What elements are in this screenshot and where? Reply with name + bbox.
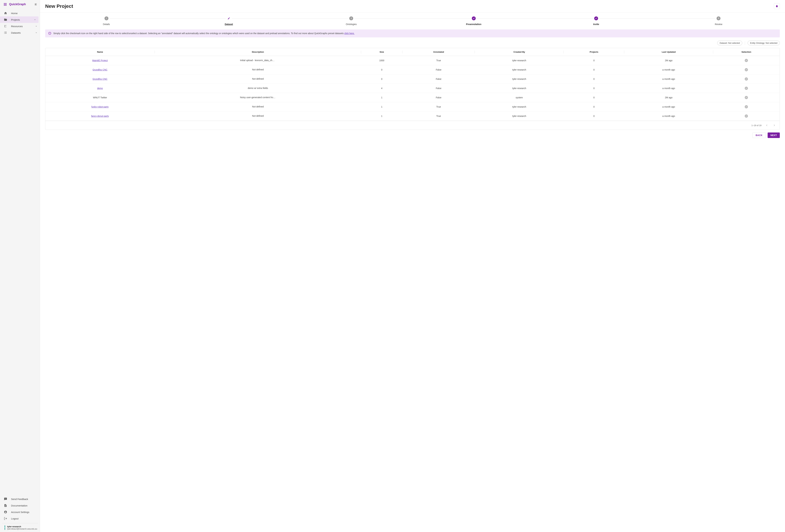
next-page-button[interactable] — [772, 123, 776, 127]
info-link[interactable]: click here. — [344, 32, 354, 34]
dataset-projects: 0 — [564, 93, 624, 102]
select-dataset-button[interactable] — [745, 115, 748, 118]
sidebar-item-account-settings[interactable]: Account Settings — [0, 509, 40, 515]
step-preannotation[interactable]: Preannotation — [412, 17, 535, 26]
column-header-size[interactable]: Size — [361, 48, 402, 56]
sidebar-item-datasets[interactable]: Datasets — [0, 29, 40, 36]
folder-icon — [4, 18, 7, 21]
chevron-right-icon — [773, 124, 776, 127]
dataset-annotated: False — [402, 84, 475, 93]
ontology-selection-chip[interactable]: Entity Ontology: Not selected — [748, 41, 780, 45]
notifications-button[interactable] — [774, 3, 780, 9]
dataset-name-link[interactable]: funky-robot-party — [91, 105, 108, 108]
select-dataset-button[interactable] — [745, 59, 748, 62]
resources-icon — [4, 25, 7, 28]
step-number: 1 — [104, 17, 108, 20]
check-icon — [745, 69, 747, 71]
user-name: tyler-research — [7, 525, 37, 528]
chevron-down-icon — [34, 19, 36, 21]
column-header-description[interactable]: Description — [155, 48, 361, 56]
chevron-left-icon — [765, 124, 768, 127]
dataset-annotated: True — [402, 111, 475, 121]
dataset-projects: 0 — [564, 56, 624, 65]
account-icon — [4, 510, 7, 514]
column-header-last-updated[interactable]: Last Updated — [624, 48, 713, 56]
dataset-annotated: True — [402, 56, 475, 65]
svg-rect-7 — [4, 26, 5, 27]
svg-rect-6 — [5, 27, 6, 27]
dataset-updated: 2M ago — [624, 56, 713, 65]
select-dataset-button[interactable] — [745, 105, 748, 108]
sidebar-item-label: Account Settings — [11, 511, 37, 513]
sidebar-item-label: Datasets — [11, 31, 31, 34]
dataset-name-link[interactable]: demo — [97, 87, 103, 90]
dataset-projects: 0 — [564, 111, 624, 121]
dataset-size: 4 — [361, 84, 402, 93]
sidebar-item-projects[interactable]: Projects — [0, 17, 39, 23]
select-dataset-button[interactable] — [745, 77, 748, 81]
dataset-projects: 0 — [564, 102, 624, 111]
select-dataset-button[interactable] — [745, 96, 748, 99]
table-row: Grundfos CNCNot defined0Falsetyler-resea… — [45, 74, 780, 84]
dataset-name-link[interactable]: fancy-donut-party — [91, 115, 109, 117]
chevron-down-icon — [35, 32, 37, 34]
sidebar-collapse-button[interactable] — [34, 3, 37, 6]
dataset-projects: 0 — [564, 74, 624, 84]
sidebar-item-send-feedback[interactable]: Send Feedback — [0, 496, 40, 502]
column-header-name[interactable]: Name — [45, 48, 155, 56]
table-row: demodemo w/ extra fields4Falsetyler-rese… — [45, 84, 780, 93]
column-header-selection[interactable]: Selection — [713, 48, 780, 56]
main-content: New Project 1DetailsDataset3OntologiesPr… — [40, 0, 785, 532]
select-dataset-button[interactable] — [745, 86, 748, 90]
back-button[interactable]: BACK — [753, 132, 765, 138]
dataset-name: WNUT Twitter — [93, 96, 107, 99]
dataset-size: 1 — [361, 111, 402, 121]
sidebar-header: QuickGraph — [0, 0, 40, 9]
dataset-size: 1 — [361, 102, 402, 111]
column-header-annotated[interactable]: Annotated — [402, 48, 475, 56]
column-header-projects[interactable]: Projects — [564, 48, 624, 56]
doc-icon — [4, 504, 7, 507]
logout-icon — [4, 517, 7, 520]
dataset-annotated: False — [402, 65, 475, 74]
step-details[interactable]: 1Details — [45, 17, 168, 26]
table-row: MaintIE ProjectInitial upload - lexnorm_… — [45, 56, 780, 65]
dataset-name-link[interactable]: MaintIE Project — [92, 59, 108, 62]
dataset-size: 0 — [361, 74, 402, 84]
sidebar-item-label: Projects — [11, 18, 30, 21]
check-icon — [745, 97, 747, 99]
sidebar-item-label: Home — [11, 12, 37, 15]
sidebar-item-home[interactable]: Home — [0, 10, 40, 17]
dataset-description: Not defined — [252, 105, 264, 108]
wizard-stepper: 1DetailsDataset3OntologiesPreannotationI… — [45, 17, 780, 26]
sidebar-item-label: Logout — [11, 517, 37, 520]
sidebar-item-resources[interactable]: Resources — [0, 23, 40, 29]
dataset-description: Initial upload - lexnorm_data_chunk_0_9… — [240, 59, 276, 61]
page-title: New Project — [45, 3, 73, 9]
step-invite[interactable]: Invite — [535, 17, 657, 26]
column-header-created-by[interactable]: Created By — [475, 48, 564, 56]
svg-rect-11 — [5, 32, 7, 32]
next-button[interactable]: NEXT — [768, 132, 780, 138]
step-ontologies[interactable]: 3Ontologies — [290, 17, 412, 26]
step-number: 3 — [349, 17, 353, 20]
brand-name: QuickGraph — [9, 3, 32, 6]
table-header-row: NameDescriptionSizeAnnotatedCreated ByPr… — [45, 48, 780, 56]
dataset-name-link[interactable]: Grundfos CNC — [93, 69, 107, 71]
dataset-size: 0 — [361, 65, 402, 74]
dataset-updated: a month ago — [624, 102, 713, 111]
check-icon — [745, 115, 747, 117]
user-profile-row[interactable]: t tyler-research tyler.bikaun@research.u… — [2, 523, 38, 532]
dataset-name-link[interactable]: Grundfos CNC — [93, 78, 107, 80]
step-review[interactable]: 6Review — [657, 17, 780, 26]
dataset-selection-chip[interactable]: Dataset: Not selected — [717, 41, 742, 45]
info-icon — [48, 32, 51, 35]
dataset-updated: a month ago — [624, 111, 713, 121]
sidebar-item-documentation[interactable]: Documentation — [0, 502, 40, 509]
step-number: 6 — [716, 17, 720, 20]
step-dataset[interactable]: Dataset — [168, 17, 290, 26]
prev-page-button[interactable] — [765, 123, 769, 127]
select-dataset-button[interactable] — [745, 68, 748, 71]
sidebar: QuickGraph HomeProjectsResourcesDatasets… — [0, 0, 40, 532]
sidebar-item-logout[interactable]: Logout — [0, 515, 40, 522]
